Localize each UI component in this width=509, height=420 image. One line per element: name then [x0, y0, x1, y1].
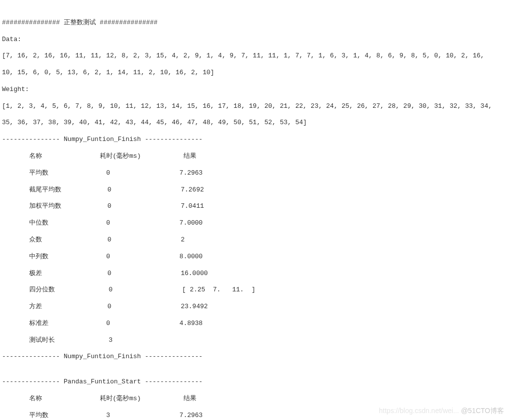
- weight-line1: [1, 2, 3, 4, 5, 6, 7, 8, 9, 10, 11, 12, …: [2, 102, 492, 110]
- numpy-head: 名称 耗时(毫秒ms) 结果: [2, 152, 196, 160]
- numpy-var: 方差 0 23.9492: [2, 303, 208, 310]
- data-label: Data:: [2, 36, 21, 43]
- pandas-sep-start: --------------- Pandas_Funtion_Start ---…: [2, 378, 203, 385]
- numpy-mean: 平均数 0 7.2963: [2, 169, 203, 177]
- numpy-range: 极差 0 16.0000: [2, 270, 208, 277]
- pandas-mean: 平均数 3 7.2963: [2, 412, 203, 419]
- numpy-sep-start: --------------- Numpy_Funtion_Finish ---…: [2, 136, 203, 143]
- data-line1: [7, 16, 2, 16, 16, 11, 11, 12, 8, 2, 3, …: [2, 52, 484, 59]
- numpy-median: 中位数 0 7.0000: [2, 219, 203, 227]
- numpy-midrange: 中列数 0 8.0000: [2, 253, 203, 260]
- numpy-quart: 四分位数 0 [ 2.25 7. 11. ]: [2, 286, 255, 293]
- numpy-sep-end: --------------- Numpy_Funtion_Finish ---…: [2, 353, 203, 360]
- pandas-head: 名称 耗时(毫秒ms) 结果: [2, 395, 196, 402]
- watermark: https://blog.csdn.net/wei...@51CTO博客: [379, 406, 504, 415]
- data-line2: 10, 15, 6, 0, 5, 13, 6, 2, 1, 14, 11, 2,…: [2, 69, 214, 76]
- header: ############### 正整数测试 ###############: [2, 19, 158, 26]
- numpy-wmean: 加权平均数 0 7.0411: [2, 202, 204, 210]
- numpy-total: 测试时长 3: [2, 336, 113, 344]
- weight-line2: 35, 36, 37, 38, 39, 40, 41, 42, 43, 44, …: [2, 119, 307, 126]
- numpy-mode: 众数 0 2: [2, 236, 185, 243]
- watermark-left: https://blog.csdn.net/wei...: [379, 407, 459, 415]
- watermark-right: @51CTO博客: [461, 407, 504, 415]
- numpy-std: 标准差 0 4.8938: [2, 320, 203, 327]
- numpy-tmean: 截尾平均数 0 7.2692: [2, 186, 204, 193]
- weight-label: Weight:: [2, 86, 29, 93]
